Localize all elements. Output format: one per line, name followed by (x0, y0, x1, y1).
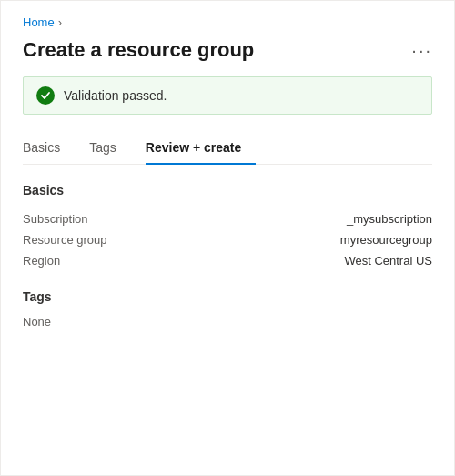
region-value: West Central US (344, 254, 432, 268)
breadcrumb-home[interactable]: Home (23, 15, 55, 29)
basics-section: Basics Subscription _mysubscription Reso… (23, 183, 432, 271)
validation-message: Validation passed. (64, 88, 167, 103)
page-title: Create a resource group (23, 38, 254, 62)
tags-none-value: None (23, 315, 432, 329)
breadcrumb: Home › (23, 15, 432, 29)
resource-group-value: myresourcegroup (340, 233, 432, 247)
tags-section-title: Tags (23, 289, 432, 304)
basics-section-title: Basics (23, 183, 432, 197)
validation-banner: Validation passed. (23, 76, 432, 115)
region-label: Region (23, 254, 150, 268)
tab-tags[interactable]: Tags (89, 133, 131, 164)
validation-success-icon (36, 86, 55, 105)
subscription-row: Subscription _mysubscription (23, 208, 432, 229)
tags-section: Tags None (23, 289, 432, 329)
resource-group-row: Resource group myresourcegroup (23, 229, 432, 250)
subscription-label: Subscription (23, 212, 150, 226)
subscription-value: _mysubscription (347, 212, 432, 226)
page-container: Home › Create a resource group ··· Valid… (0, 0, 455, 476)
breadcrumb-separator: › (58, 15, 62, 29)
resource-group-label: Resource group (23, 233, 150, 247)
tab-basics[interactable]: Basics (23, 133, 75, 164)
region-row: Region West Central US (23, 250, 432, 271)
tabs-container: Basics Tags Review + create (23, 133, 432, 165)
page-header: Create a resource group ··· (23, 38, 432, 62)
more-options-button[interactable]: ··· (411, 41, 432, 59)
tab-review-create[interactable]: Review + create (146, 133, 256, 164)
